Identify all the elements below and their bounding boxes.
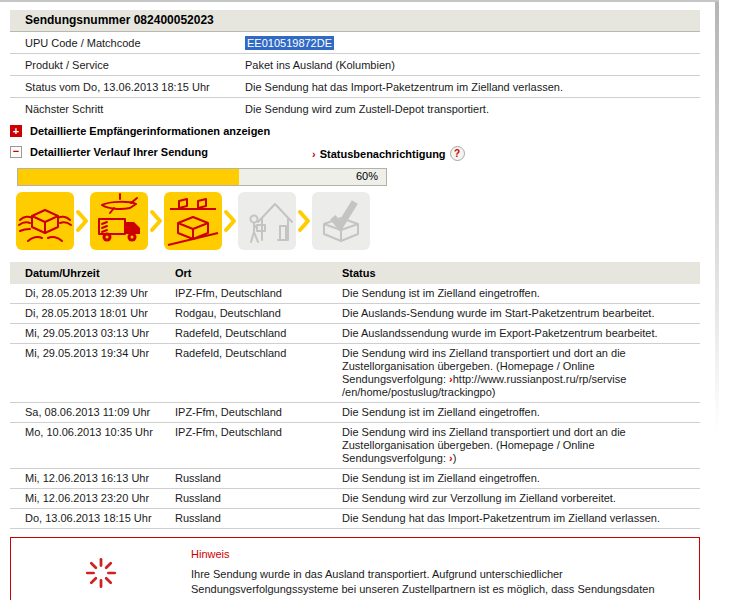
history-row: Mi, 29.05.2013 03:13 UhrRadefeld, Deutsc… <box>10 324 700 344</box>
chevron-icon <box>148 209 164 233</box>
history-row: Di, 28.05.2013 18:01 UhrRodgau, Deutschl… <box>10 304 700 324</box>
plus-icon: + <box>10 125 22 137</box>
upu-code-value-selected: EE010519872DE <box>245 36 334 50</box>
chevron-icon <box>296 209 312 233</box>
history-location: IPZ-Ffm, Deutschland <box>175 287 342 300</box>
history-table: Datum/Uhrzeit Ort Status Di, 28.05.2013 … <box>10 262 700 529</box>
history-location: Russland <box>175 492 342 505</box>
history-row: Do, 13.06.2013 18:15 UhrRusslandDie Send… <box>10 509 700 529</box>
recipient-info-toggle[interactable]: + Detaillierte Empfängerinformationen an… <box>10 123 700 138</box>
history-status: Die Sendung wird ins Zielland transporti… <box>342 347 700 399</box>
history-section-header: − Detaillierter Verlauf Ihrer Sendung › … <box>10 146 700 162</box>
history-location: IPZ-Ffm, Deutschland <box>175 406 342 419</box>
history-status: Die Sendung hat das Import-Paketzentrum … <box>342 512 700 525</box>
notice-text: Ihre Sendung wurde in das Ausland transp… <box>191 567 696 600</box>
column-header-location: Ort <box>175 267 342 279</box>
product-value: Paket ins Ausland (Kolumbien) <box>245 59 700 71</box>
history-toggle-label: Detaillierter Verlauf Ihrer Sendung <box>30 146 208 158</box>
column-header-datetime: Datum/Uhrzeit <box>10 267 175 279</box>
next-step-value: Die Sendung wird zum Zustell-Depot trans… <box>245 103 700 115</box>
milestone-parcel-center-icon <box>164 192 222 250</box>
page-edge-shadow <box>715 2 719 432</box>
status-value: Die Sendung hat das Import-Paketzentrum … <box>245 81 700 93</box>
notice-title: Hinweis <box>191 547 696 562</box>
history-datetime: Sa, 08.06.2013 11:09 Uhr <box>10 406 175 419</box>
page-top-border <box>0 0 719 2</box>
history-location: Russland <box>175 472 342 485</box>
milestone-transport-icon <box>90 192 148 250</box>
history-location: IPZ-Ffm, Deutschland <box>175 426 342 439</box>
milestone-acceptance-icon <box>16 192 74 250</box>
link-arrow-icon: › <box>312 148 316 160</box>
history-status: Die Sendung ist im Zielland eingetroffen… <box>342 287 700 300</box>
history-location: Russland <box>175 512 342 525</box>
summary-row-status: Status vom Do, 13.06.2013 18:15 Uhr Die … <box>10 76 700 98</box>
history-table-header: Datum/Uhrzeit Ort Status <box>10 262 700 284</box>
history-status: Die Sendung wird zur Verzollung im Ziell… <box>342 492 700 505</box>
status-text: Die Sendung ist im Zielland eingetroffen… <box>342 406 540 418</box>
summary-row-next-step: Nächster Schritt Die Sendung wird zum Zu… <box>10 98 700 119</box>
history-datetime: Mi, 29.05.2013 19:34 Uhr <box>10 347 175 360</box>
status-notification-link[interactable]: › Statusbenachrichtigung ? <box>312 146 465 161</box>
status-text: Die Sendung hat das Import-Paketzentrum … <box>342 512 660 524</box>
history-row: Mi, 12.06.2013 16:13 UhrRusslandDie Send… <box>10 469 700 489</box>
history-datetime: Di, 28.05.2013 12:39 Uhr <box>10 287 175 300</box>
status-text: Die Sendung wird zur Verzollung im Ziell… <box>342 492 616 504</box>
minus-icon: − <box>10 146 22 158</box>
history-location: Radefeld, Deutschland <box>175 327 342 340</box>
history-status: Die Sendung ist im Zielland eingetroffen… <box>342 406 700 419</box>
status-text: Die Sendung wird ins Zielland transporti… <box>342 426 626 464</box>
history-status: Die Sendung ist im Zielland eingetroffen… <box>342 472 700 485</box>
status-notification-label: Statusbenachrichtigung <box>320 148 446 160</box>
history-datetime: Do, 13.06.2013 18:15 Uhr <box>10 512 175 525</box>
shipment-number-header: Sendungsnummer 082400052023 <box>10 10 700 32</box>
chevron-icon <box>74 209 90 233</box>
history-location: Radefeld, Deutschland <box>175 347 342 360</box>
milestone-delivery-icon <box>238 192 296 250</box>
shipment-summary: UPU Code / Matchcode EE010519872DE Produ… <box>10 32 700 119</box>
summary-label: Nächster Schritt <box>10 103 245 115</box>
history-rows: Di, 28.05.2013 12:39 UhrIPZ-Ffm, Deutsch… <box>10 284 700 529</box>
tracking-page: Sendungsnummer 082400052023 UPU Code / M… <box>10 10 700 600</box>
history-datetime: Mo, 10.06.2013 10:35 Uhr <box>10 426 175 439</box>
milestone-strip <box>16 192 700 250</box>
summary-row-upu-code: UPU Code / Matchcode EE010519872DE <box>10 32 700 54</box>
history-datetime: Mi, 29.05.2013 03:13 Uhr <box>10 327 175 340</box>
history-row: Mo, 10.06.2013 10:35 UhrIPZ-Ffm, Deutsch… <box>10 423 700 469</box>
progress-bar: 60% <box>17 168 387 186</box>
milestone-delivered-icon <box>312 192 370 250</box>
summary-label: UPU Code / Matchcode <box>10 37 245 49</box>
history-datetime: Di, 28.05.2013 18:01 Uhr <box>10 307 175 320</box>
summary-row-product: Produkt / Service Paket ins Ausland (Kol… <box>10 54 700 76</box>
history-datetime: Mi, 12.06.2013 23:20 Uhr <box>10 492 175 505</box>
status-text: Die Sendung ist im Zielland eingetroffen… <box>342 287 540 299</box>
column-header-status: Status <box>342 267 700 279</box>
status-text: Die Auslandssendung wurde im Export-Pake… <box>342 327 658 339</box>
history-row: Sa, 08.06.2013 11:09 UhrIPZ-Ffm, Deutsch… <box>10 403 700 423</box>
history-status: Die Auslands-Sendung wurde im Start-Pake… <box>342 307 700 320</box>
history-status: Die Auslandssendung wurde im Export-Pake… <box>342 327 700 340</box>
recipient-info-toggle-label: Detaillierte Empfängerinformationen anze… <box>30 125 270 137</box>
help-icon[interactable]: ? <box>450 146 465 161</box>
history-location: Rodgau, Deutschland <box>175 307 342 320</box>
status-text: Die Sendung ist im Zielland eingetroffen… <box>342 472 540 484</box>
history-row: Mi, 29.05.2013 19:34 UhrRadefeld, Deutsc… <box>10 344 700 403</box>
notice-box: Hinweis Ihre Sendung wurde in das Auslan… <box>10 537 700 600</box>
status-text: ) <box>453 452 457 464</box>
history-status: Die Sendung wird ins Zielland transporti… <box>342 426 700 465</box>
history-row: Mi, 12.06.2013 23:20 UhrRusslandDie Send… <box>10 489 700 509</box>
summary-label: Produkt / Service <box>10 59 245 71</box>
status-text: Die Auslands-Sendung wurde im Start-Pake… <box>342 307 654 319</box>
summary-label: Status vom Do, 13.06.2013 18:15 Uhr <box>10 81 245 93</box>
progress-bar-fill <box>18 169 239 185</box>
history-datetime: Mi, 12.06.2013 16:13 Uhr <box>10 472 175 485</box>
progress-percent-label: 60% <box>356 170 378 182</box>
starburst-icon <box>82 554 120 592</box>
history-row: Di, 28.05.2013 12:39 UhrIPZ-Ffm, Deutsch… <box>10 284 700 304</box>
chevron-icon <box>222 209 238 233</box>
